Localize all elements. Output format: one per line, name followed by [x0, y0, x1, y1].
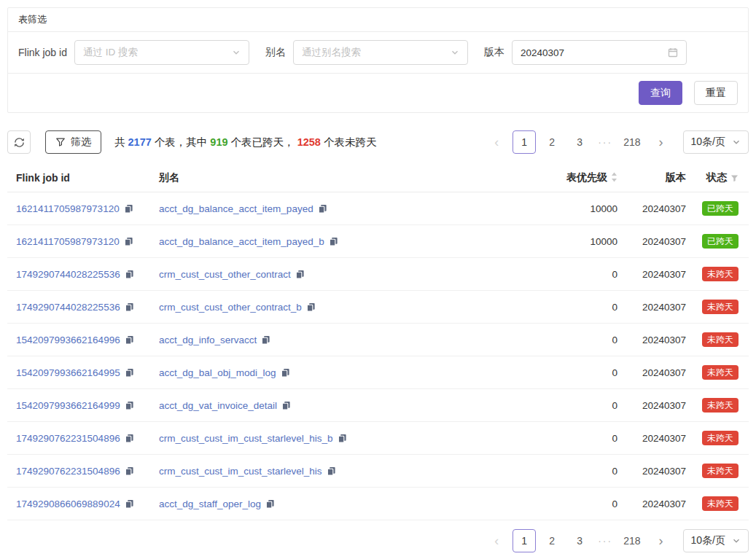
chevron-down-icon — [451, 48, 459, 57]
column-filter-icon[interactable] — [730, 174, 739, 182]
query-button[interactable]: 查询 — [639, 81, 682, 105]
flink-job-id-select[interactable]: 通过 ID 搜索 — [74, 40, 249, 65]
alias-link[interactable]: crm_cust_cust_other_contract_b — [159, 302, 302, 313]
reset-button[interactable]: 重置 — [694, 81, 738, 105]
copy-icon[interactable] — [281, 401, 291, 410]
copy-icon[interactable] — [306, 302, 316, 312]
page-button-2[interactable]: 2 — [540, 130, 564, 154]
copy-icon[interactable] — [125, 270, 134, 279]
flink-job-id-link[interactable]: 1542097993662164996 — [16, 335, 120, 345]
page-button-3[interactable]: 3 — [568, 130, 591, 154]
refresh-button[interactable] — [7, 130, 31, 154]
page-size-select[interactable]: 10条/页 — [683, 529, 749, 552]
column-header-flink-job-id: Flink job id — [7, 164, 150, 192]
page-button-last[interactable]: 218 — [619, 130, 644, 154]
priority-cell: 0 — [531, 324, 619, 356]
sort-icon[interactable] — [611, 172, 617, 182]
version-date-value: 20240307 — [521, 47, 564, 58]
page-button-last[interactable]: 218 — [619, 529, 644, 552]
page-button-3[interactable]: 3 — [568, 529, 591, 552]
summary-text: 个表未跨天 — [321, 136, 377, 148]
copy-icon[interactable] — [125, 335, 134, 345]
copy-icon[interactable] — [125, 499, 134, 509]
flink-job-id-link[interactable]: 1749290866069889024 — [16, 499, 120, 509]
calendar-icon — [668, 47, 678, 58]
column-header-status[interactable]: 状态 — [692, 164, 749, 192]
priority-cell: 0 — [531, 291, 619, 324]
table-row: 1749290762231504896 crm_cust_cust_im_cus… — [7, 455, 749, 488]
version-label: 版本 — [484, 46, 504, 59]
version-date-input[interactable]: 20240307 — [512, 40, 687, 65]
copy-icon[interactable] — [338, 434, 347, 443]
chevron-right-icon[interactable]: › — [650, 130, 673, 154]
alias-link[interactable]: acct_dg_vat_invoice_detail — [159, 400, 277, 411]
status-badge: 未跨天 — [702, 464, 739, 478]
copy-icon[interactable] — [281, 368, 290, 378]
alias-link[interactable]: crm_cust_cust_im_cust_starlevel_his_b — [159, 433, 333, 444]
chevron-left-icon[interactable]: ‹ — [485, 130, 508, 154]
page-button-1[interactable]: 1 — [513, 529, 536, 552]
alias-link[interactable]: crm_cust_cust_other_contract — [159, 269, 291, 280]
page-button-2[interactable]: 2 — [540, 529, 564, 552]
column-header-alias: 别名 — [150, 164, 531, 192]
copy-icon[interactable] — [329, 237, 338, 246]
copy-icon[interactable] — [295, 270, 305, 279]
copy-icon[interactable] — [318, 204, 327, 214]
flink-job-id-link[interactable]: 1749290762231504896 — [16, 433, 120, 444]
page-size-value: 10条/页 — [691, 136, 725, 149]
priority-header-label: 表优先级 — [566, 171, 607, 183]
copy-icon[interactable] — [125, 434, 134, 443]
version-cell: 20240307 — [619, 324, 692, 356]
alias-select[interactable]: 通过别名搜索 — [293, 40, 468, 65]
status-badge: 未跨天 — [702, 496, 739, 511]
total-count: 2177 — [128, 136, 152, 148]
alias-link[interactable]: acct_dg_balance_acct_item_payed — [159, 203, 313, 214]
chevron-right-icon[interactable]: › — [650, 529, 673, 552]
copy-icon[interactable] — [125, 368, 134, 378]
flink-job-id-placeholder: 通过 ID 搜索 — [83, 46, 138, 59]
copy-icon[interactable] — [124, 204, 133, 214]
pagination-ellipsis[interactable]: ··· — [596, 136, 615, 148]
priority-cell: 0 — [531, 389, 619, 422]
filter-button[interactable]: 筛选 — [45, 130, 101, 154]
table-row: 1542097993662164995 acct_dg_bal_obj_modi… — [7, 356, 749, 389]
page-size-select[interactable]: 10条/页 — [683, 130, 749, 154]
copy-icon[interactable] — [327, 466, 336, 476]
flink-job-id-link[interactable]: 1621411705987973120 — [16, 203, 120, 214]
chevron-left-icon[interactable]: ‹ — [485, 529, 508, 552]
flink-job-id-link[interactable]: 1749290762231504896 — [16, 466, 120, 477]
status-badge: 已跨天 — [702, 201, 739, 216]
pagination-bottom-wrap: ‹ 1 2 3 ··· 218 › 10条/页 — [7, 529, 749, 552]
alias-link[interactable]: acct_dg_info_servacct — [159, 335, 257, 345]
pagination-ellipsis[interactable]: ··· — [596, 535, 615, 547]
copy-icon[interactable] — [125, 302, 134, 312]
version-cell: 20240307 — [619, 488, 692, 520]
alias-placeholder: 通过别名搜索 — [302, 46, 361, 59]
flink-job-id-link[interactable]: 1542097993662164995 — [16, 367, 120, 378]
copy-icon[interactable] — [124, 237, 133, 246]
flink-job-id-link[interactable]: 1542097993662164999 — [16, 400, 120, 411]
flink-job-id-link[interactable]: 1749290744028225536 — [16, 302, 120, 313]
copy-icon[interactable] — [261, 335, 270, 345]
table-row: 1621411705987973120 acct_dg_balance_acct… — [7, 192, 749, 225]
column-header-priority[interactable]: 表优先级 — [531, 164, 619, 192]
alias-link[interactable]: acct_dg_bal_obj_modi_log — [159, 367, 276, 378]
filter-form: Flink job id 通过 ID 搜索 别名 通过别名搜索 版本 20240… — [8, 32, 748, 73]
flink-job-id-label: Flink job id — [18, 47, 67, 58]
copy-icon[interactable] — [125, 401, 134, 410]
copy-icon[interactable] — [125, 466, 134, 476]
flink-job-id-link[interactable]: 1749290744028225536 — [16, 269, 120, 280]
priority-cell: 0 — [531, 488, 619, 520]
copy-icon[interactable] — [265, 499, 275, 509]
flink-job-id-link[interactable]: 1621411705987973120 — [16, 236, 120, 247]
priority-cell: 0 — [531, 422, 619, 455]
alias-link[interactable]: acct_dg_staff_oper_log — [159, 499, 261, 509]
pagination-bottom: ‹ 1 2 3 ··· 218 › 10条/页 — [485, 529, 749, 552]
alias-link[interactable]: acct_dg_balance_acct_item_payed_b — [159, 236, 324, 247]
alias-link[interactable]: crm_cust_cust_im_cust_starlevel_his — [159, 466, 322, 477]
table-row: 1621411705987973120 acct_dg_balance_acct… — [7, 225, 749, 258]
page-button-1[interactable]: 1 — [513, 130, 536, 154]
column-header-version: 版本 — [619, 164, 692, 192]
summary-text: 个表，其中 — [152, 136, 211, 148]
version-cell: 20240307 — [619, 291, 692, 324]
